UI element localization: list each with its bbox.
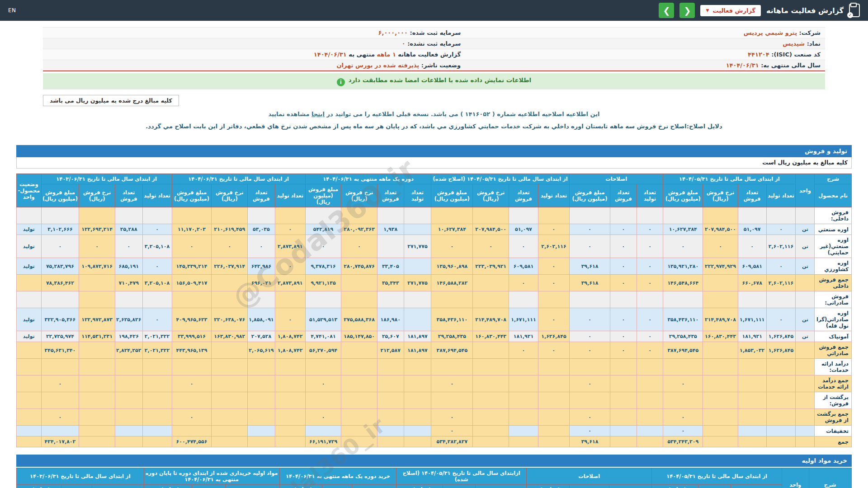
table-cell (738, 359, 766, 375)
table-cell (142, 409, 172, 426)
table-cell: ۰ (766, 308, 796, 331)
table-cell (79, 436, 115, 447)
table-cell: ۷۵,۲۸۳,۷۹۶ (41, 258, 79, 275)
table-cell: ۲۵,۲۸۸ (115, 224, 142, 235)
report-type-dropdown[interactable]: گزارش فعالیت ▼ (700, 5, 761, 16)
previous-report-button[interactable]: ❮ (679, 3, 695, 18)
table-cell: ۰ (248, 235, 275, 258)
table-cell (17, 342, 42, 359)
table-cell (509, 426, 538, 436)
info-cell: نماد: شپدیس (465, 38, 825, 49)
table-cell (172, 291, 212, 308)
table-cell (212, 207, 248, 224)
table-cell: ۴,۷۴۱,۰۸۱ (305, 331, 341, 342)
table-cell (404, 291, 431, 308)
table-cell: ۰ (341, 235, 377, 258)
language-toggle-en[interactable]: EN (8, 7, 16, 14)
table-cell: ۰ (538, 342, 569, 359)
row-label-cell: اوره کشاورزي (815, 258, 852, 275)
table-cell (79, 409, 115, 426)
table-cell: ۵۶,۲۷۰,۵۹۴ (305, 342, 341, 359)
table-cell (738, 392, 766, 409)
table-cell: ۰ (637, 235, 663, 258)
table-cell: ۰ (569, 426, 610, 436)
table-cell (248, 375, 275, 392)
info-cell: شرکت: پترو شیمي پردیس (465, 28, 825, 38)
table-cell: ۲۲۰,۶۳۸,۰۷۶ (212, 308, 248, 331)
table-cell (473, 359, 509, 375)
table-cell: ۰ (275, 308, 305, 331)
table-cell: ۰ (41, 375, 79, 392)
table-cell: ۱۶۰,۸۳۰,۴۴۳ (473, 331, 509, 342)
column-header: نرخ (ریال) (443, 485, 476, 488)
table-cell (404, 426, 431, 436)
page-title: گزارش فعالیت ماهانه (766, 6, 844, 15)
table-cell: ۱۴۶,۵۴۸,۶۶۴ (663, 275, 703, 291)
row-label-cell: فروش صادراتی: (815, 291, 852, 308)
amendment-note-tail: مشاهده نمایید (268, 111, 311, 117)
table-cell (610, 426, 637, 436)
row-label-cell: جمع درآمد ارائه خدمات (815, 375, 852, 392)
table-cell: ۰ (305, 409, 341, 426)
column-header: تعداد فروش (115, 184, 142, 207)
table-cell (473, 436, 509, 447)
top-navbar: گزارش فعالیت ماهانه گزارش فعالیت ▼ ❮ ❯ E… (0, 0, 868, 21)
table-cell: ۲۸۰,۷۴۵,۸۷۶ (341, 258, 377, 275)
next-report-button[interactable]: ❯ (659, 3, 674, 18)
table-cell (796, 275, 815, 291)
table-cell (377, 291, 404, 308)
table-cell: تولید (17, 224, 42, 235)
table-cell: ۶۸۵,۱۹۱ (115, 258, 142, 275)
table-cell: ۲,۶۰۲,۱۱۶ (766, 275, 796, 291)
table-cell: ۰ (569, 308, 610, 331)
table-cell: ۳,۲۰۵,۱۰۸ (142, 275, 172, 291)
table-cell (766, 426, 796, 436)
table-cell (377, 409, 404, 426)
table-cell: ۰ (473, 235, 509, 258)
table-cell: ۵۳۴,۲۴۳,۲۰۹ (663, 436, 703, 447)
table-cell (703, 291, 738, 308)
table-cell (637, 426, 663, 436)
table-cell: ۳۳,۹۹۹,۵۱۶ (172, 331, 212, 342)
table-cell: ۰ (637, 308, 663, 331)
table-cell (538, 207, 569, 224)
column-header: مقدار (92, 485, 144, 488)
table-cell: ۶۰۹,۵۸۱ (738, 258, 766, 275)
table-cell: ۲,۸۷۳,۸۹۱ (275, 235, 305, 258)
table-cell (115, 375, 142, 392)
table-cell (275, 291, 305, 308)
column-header: مقدار (609, 485, 652, 488)
column-header: نرخ فروش (ریال) (212, 184, 248, 207)
table-cell (404, 392, 431, 409)
table-cell (377, 359, 404, 375)
report-type-dropdown-label: گزارش فعالیت (712, 7, 755, 14)
table-cell: ۲۱۲,۵۸۷ (377, 342, 404, 359)
column-header: مبلغ فروش (میلیون ریال) (431, 184, 473, 207)
table-cell (796, 375, 815, 392)
company-info-row: کد صنعت (ISIC): ۴۴۱۲۰۴گزارش فعالیت ماهان… (43, 49, 825, 60)
table-cell (142, 392, 172, 409)
table-cell (404, 436, 431, 447)
table-cell (248, 409, 275, 426)
table-cell (115, 392, 142, 409)
table-cell (212, 426, 248, 436)
column-header: نرخ (ریال) (192, 485, 226, 488)
column-header: نرخ فروش (ریال) (341, 184, 377, 207)
previous-version-link[interactable]: اینجا (311, 111, 325, 117)
table-cell: ۲۱۰,۶۱۹,۴۵۹ (212, 224, 248, 235)
table-cell: ۰ (610, 308, 637, 331)
table-cell (17, 291, 42, 308)
table-cell: ۰ (305, 375, 341, 392)
table-cell (41, 426, 79, 436)
signature-match-text: اطلاعات نمایش داده شده با اطلاعات امضا ش… (349, 76, 532, 84)
table-cell: ۰ (41, 235, 79, 258)
table-cell: ۱,۸۵۳,۰۳۲ (738, 342, 766, 359)
column-header: مقدار (352, 485, 396, 488)
table-cell (115, 426, 142, 436)
column-header: تعداد تولید (142, 184, 172, 207)
table-cell: ۱,۶۲۶,۸۴۵ (538, 331, 569, 342)
table-cell (473, 375, 509, 392)
raw-materials-table: شرحواحداز ابتدای سال مالی تا تاریخ ۱۴۰۴/… (16, 468, 852, 488)
table-cell: ۳,۱۰۲,۶۶۶ (41, 224, 79, 235)
table-cell (275, 436, 305, 447)
